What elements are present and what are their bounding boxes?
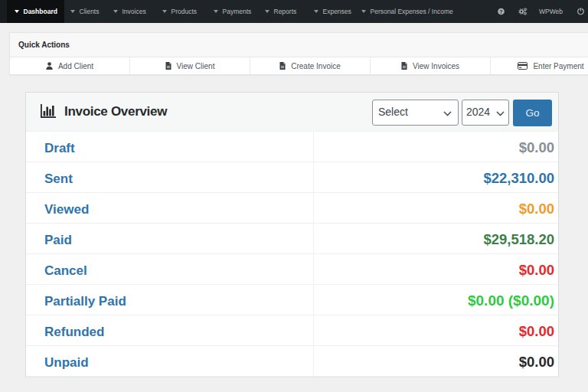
svg-text:?: ? bbox=[499, 9, 502, 15]
